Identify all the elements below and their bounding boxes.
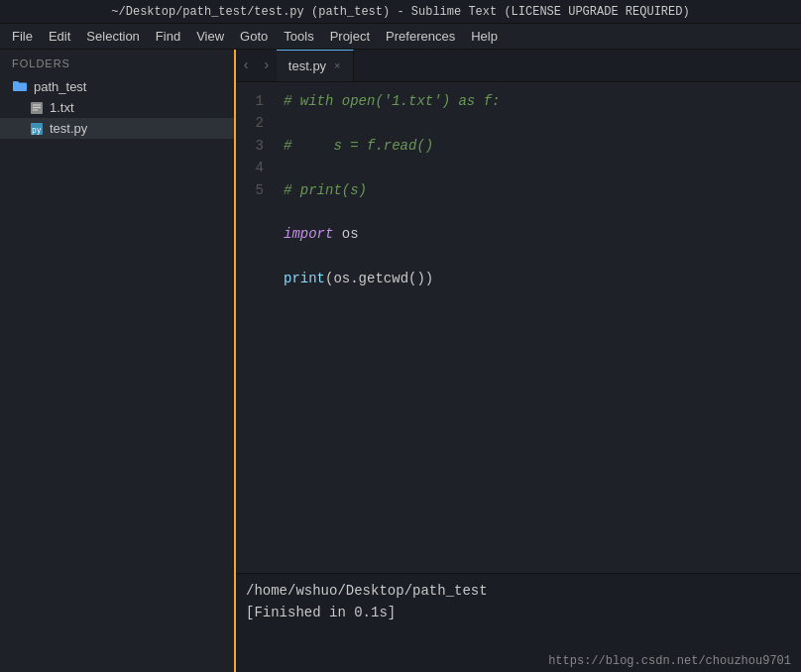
code-line-5: print(os.getcwd()) (284, 268, 789, 289)
line-number-3: 3 (248, 135, 264, 157)
menu-edit[interactable]: Edit (41, 27, 78, 46)
editor-area: ‹ › test.py × 1 2 3 4 5 # with open('1.t… (236, 50, 801, 672)
tab-bar: ‹ › test.py × (236, 50, 801, 82)
file-name-testpy: test.py (50, 121, 87, 136)
folder-name: path_test (34, 79, 87, 94)
line-number-4: 4 (248, 157, 264, 178)
svg-text:py: py (32, 126, 42, 135)
menu-file[interactable]: File (4, 27, 41, 46)
console-output: /home/wshuo/Desktop/path_test [Finished … (236, 574, 801, 650)
code-line-1: # with open('1.txt') as f: (284, 90, 789, 112)
menu-tools[interactable]: Tools (276, 27, 321, 46)
tab-label: test.py (288, 58, 326, 73)
title-bar: ~/Desktop/path_test/test.py (path_test) … (0, 0, 801, 24)
file-name-1txt: 1.txt (50, 100, 74, 115)
menu-project[interactable]: Project (322, 27, 378, 46)
folders-header: FOLDERS (0, 50, 234, 75)
code-line-2: # s = f.read() (284, 135, 789, 157)
code-line-3: # print(s) (284, 179, 789, 201)
menu-find[interactable]: Find (148, 27, 188, 46)
line-numbers: 1 2 3 4 5 (236, 82, 272, 573)
bottom-panel: /home/wshuo/Desktop/path_test [Finished … (236, 573, 801, 672)
folder-item-path-test[interactable]: path_test (0, 75, 234, 97)
menu-help[interactable]: Help (463, 27, 506, 46)
code-editor[interactable]: 1 2 3 4 5 # with open('1.txt') as f: # s… (236, 82, 801, 573)
console-link: https://blog.csdn.net/chouzhou9701 (236, 650, 801, 672)
menu-goto[interactable]: Goto (232, 27, 276, 46)
menu-selection[interactable]: Selection (78, 27, 147, 46)
console-line-1: /home/wshuo/Desktop/path_test (246, 580, 791, 602)
tab-nav-back[interactable]: ‹ (236, 50, 256, 81)
tab-testpy[interactable]: test.py × (277, 50, 354, 81)
menu-bar: File Edit Selection Find View Goto Tools… (0, 24, 801, 50)
code-content[interactable]: # with open('1.txt') as f: # s = f.read(… (272, 82, 801, 573)
menu-preferences[interactable]: Preferences (378, 27, 463, 46)
main-area: FOLDERS path_test 1.txt py test.py (0, 50, 801, 672)
text-file-icon (30, 101, 44, 115)
console-line-2: [Finished in 0.1s] (246, 602, 791, 623)
folder-icon (12, 78, 28, 94)
line-number-2: 2 (248, 112, 264, 134)
line-number-1: 1 (248, 90, 264, 112)
menu-view[interactable]: View (188, 27, 232, 46)
file-item-testpy[interactable]: py test.py (0, 118, 234, 139)
python-file-icon: py (30, 122, 44, 136)
file-item-1txt[interactable]: 1.txt (0, 97, 234, 118)
line-number-5: 5 (248, 179, 264, 201)
tab-nav-forward[interactable]: › (256, 50, 276, 81)
title-text: ~/Desktop/path_test/test.py (path_test) … (111, 5, 689, 19)
tab-close-button[interactable]: × (334, 60, 340, 71)
code-line-4: import os (284, 223, 789, 245)
sidebar: FOLDERS path_test 1.txt py test.py (0, 50, 236, 672)
